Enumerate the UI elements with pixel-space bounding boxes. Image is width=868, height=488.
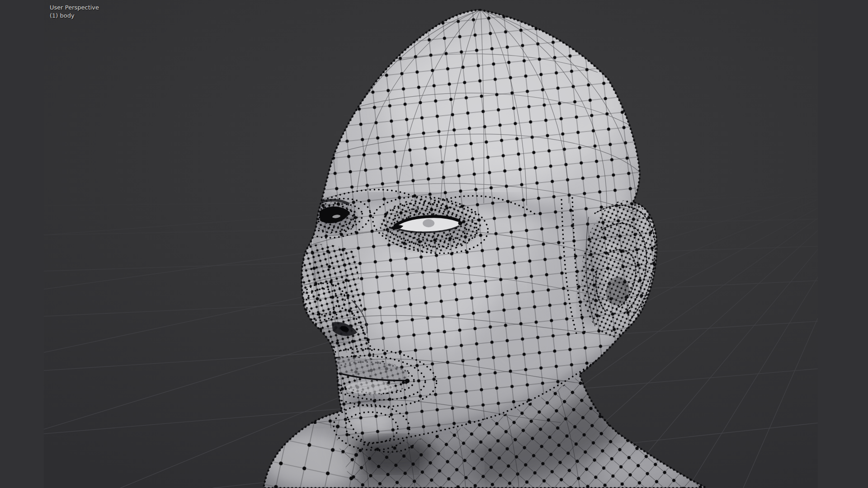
- blender-screen: User Perspective (1) body: [0, 0, 868, 488]
- right-side-bar: [818, 0, 868, 488]
- viewport-3d[interactable]: [0, 0, 868, 488]
- left-side-bar: [0, 0, 44, 488]
